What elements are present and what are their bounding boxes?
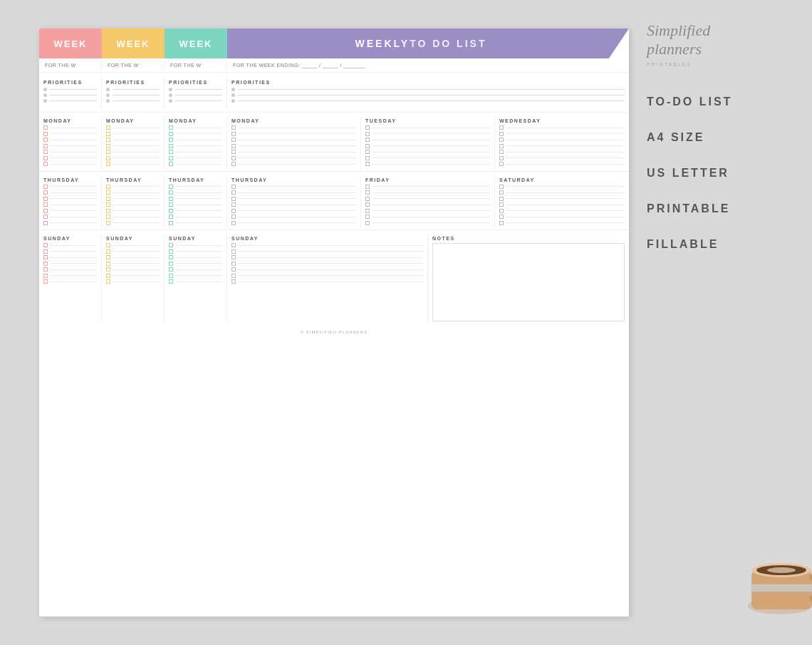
check-item — [106, 274, 160, 278]
check-item — [231, 156, 356, 160]
check-item — [231, 249, 423, 254]
check-item — [43, 132, 97, 136]
check-item — [169, 190, 222, 195]
sunday-teal: SUNDAY — [165, 234, 227, 323]
check-item — [499, 144, 625, 148]
priorities-yellow: PRIORITIES — [102, 77, 165, 108]
check-item — [499, 185, 625, 189]
check-item — [499, 162, 625, 166]
check-item — [499, 197, 625, 201]
check-item — [43, 249, 97, 254]
check-item — [106, 202, 160, 207]
check-item — [365, 197, 490, 201]
check-item — [499, 125, 625, 130]
priorities-main: PRIORITIES — [227, 77, 629, 108]
check-item — [499, 221, 625, 225]
check-item — [43, 255, 97, 259]
header-banners: WEEK WEEK WEEK WEEKLY TO DO LIST — [39, 29, 629, 58]
check-item — [106, 125, 160, 130]
svg-point-4 — [767, 567, 796, 573]
check-item — [231, 274, 423, 278]
check-item — [169, 267, 222, 272]
saturday-main: SATURDAY — [495, 176, 629, 229]
sub-col-2: FOR THE W — [102, 61, 165, 69]
check-item — [499, 156, 625, 160]
coffee-cup-illustration — [734, 531, 812, 624]
check-item — [365, 138, 490, 142]
footer-copy: © SIMPLIFIED PLANNERS — [39, 330, 629, 334]
check-item — [231, 185, 356, 189]
banner-2: WEEK — [102, 29, 165, 58]
priority-item — [106, 88, 160, 91]
check-item — [106, 144, 160, 148]
check-item — [106, 215, 160, 219]
check-item — [106, 209, 160, 213]
check-item — [169, 215, 222, 219]
check-item — [499, 190, 625, 195]
check-item — [231, 202, 356, 207]
notes-box[interactable] — [432, 243, 625, 321]
attr-fillable: FILLABLE — [647, 238, 719, 251]
check-item — [231, 132, 356, 136]
check-item — [169, 162, 222, 166]
check-item — [106, 138, 160, 142]
check-item — [365, 125, 490, 130]
banner-3: WEEK — [165, 29, 227, 58]
monday-main: MONDAY — [227, 117, 361, 170]
check-item — [231, 190, 356, 195]
check-item — [231, 162, 356, 166]
priority-item — [169, 99, 222, 103]
check-item — [499, 215, 625, 219]
check-item — [106, 185, 160, 189]
check-item — [365, 150, 490, 154]
check-item — [169, 132, 222, 136]
check-item — [169, 156, 222, 160]
check-item — [106, 190, 160, 195]
check-item — [231, 279, 423, 284]
sub-col-3: FOR THE W — [165, 61, 227, 69]
check-item — [106, 279, 160, 284]
check-item — [43, 279, 97, 284]
sunday-main: SUNDAY — [227, 234, 428, 323]
main-thursday-grid: THURSDAY FRIDAY — [227, 176, 629, 229]
check-item — [43, 215, 97, 219]
check-item — [231, 138, 356, 142]
sub-col-main: FOR THE WEEK ENDING: _____ / _____ / ___… — [227, 61, 629, 69]
check-item — [43, 144, 97, 148]
check-item — [499, 202, 625, 207]
priorities-pink: PRIORITIES — [39, 77, 102, 108]
check-item — [365, 144, 490, 148]
check-item — [231, 125, 356, 130]
check-item — [106, 162, 160, 166]
check-item — [365, 202, 490, 207]
check-item — [499, 209, 625, 213]
attr-todo: TO-DO LIST — [647, 96, 732, 108]
attr-us-letter: US LETTER — [647, 167, 729, 180]
sunday-section: SUNDAY SUNDAY SUNDAY — [39, 229, 629, 324]
check-item — [169, 197, 222, 201]
priority-item — [43, 93, 97, 97]
priority-item — [43, 88, 97, 91]
thursday-pink: THURSDAY — [39, 176, 102, 229]
check-item — [499, 150, 625, 154]
check-item — [169, 144, 222, 148]
check-item — [365, 190, 490, 195]
check-item — [106, 243, 160, 247]
check-item — [106, 262, 160, 266]
priorities-section: PRIORITIES PRIORITIES PRIORITIES — [39, 73, 629, 112]
check-item — [365, 185, 490, 189]
check-item — [365, 209, 490, 213]
check-item — [231, 215, 356, 219]
check-item — [169, 185, 222, 189]
monday-pink: MONDAY — [39, 117, 102, 170]
check-item — [43, 197, 97, 201]
monday-section: MONDAY MONDAY MO — [39, 112, 629, 171]
check-item — [169, 243, 222, 247]
check-item — [365, 215, 490, 219]
check-item — [106, 255, 160, 259]
sunday-notes-grid: SUNDAY NOTES — [227, 234, 629, 323]
priority-item — [231, 99, 625, 103]
sunday-pink: SUNDAY — [39, 234, 102, 323]
monday-yellow: MONDAY — [102, 117, 165, 170]
check-item — [499, 132, 625, 136]
